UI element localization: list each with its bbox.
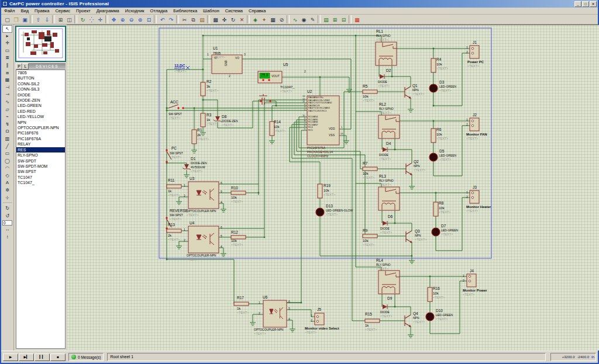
schematic-label[interactable]: DIODE-ZEN xyxy=(191,162,207,165)
schematic-label[interactable]: LED-GREEN xyxy=(439,85,456,88)
schematic-label[interactable]: <TEXT> xyxy=(187,258,198,262)
schematic-label[interactable]: D10 xyxy=(436,309,443,313)
zoom-all-icon[interactable]: ⊛ xyxy=(136,15,144,23)
block-copy-icon[interactable]: ▩ xyxy=(211,15,220,23)
schematic-label[interactable]: GND xyxy=(225,60,228,66)
device-item-OPTOCOUPLER-NPN[interactable]: OPTOCOUPLER-NPN xyxy=(16,125,65,130)
schematic-label[interactable]: PIC16F676A xyxy=(307,147,326,150)
step-button[interactable]: ▶▎ xyxy=(19,353,34,361)
schematic-label[interactable]: U6 xyxy=(263,296,267,300)
import-section-icon[interactable]: ⇧ xyxy=(34,15,43,23)
device-item-TC1047_[interactable]: TC1047_ xyxy=(16,180,65,185)
schematic-label[interactable]: 5 xyxy=(221,235,222,238)
bus-mode-icon[interactable]: ∥ xyxy=(2,62,12,70)
schematic-label[interactable]: Monitor video Select xyxy=(305,327,339,330)
device-item-CONN-SIL3[interactable]: CONN-SIL3 xyxy=(16,86,65,92)
schematic-label[interactable]: VO xyxy=(235,57,239,60)
schematic-label[interactable]: D5 xyxy=(439,150,444,154)
undo-icon[interactable]: ↶ xyxy=(158,15,167,23)
menu-Система[interactable]: Система xyxy=(222,8,246,13)
schematic-label[interactable]: RLY-SPNO xyxy=(379,179,394,182)
schematic-label[interactable]: 14 xyxy=(340,133,343,135)
schematic-label[interactable]: <TEXT> xyxy=(305,331,316,335)
terminal-mode-icon[interactable]: ⊣ xyxy=(2,84,12,92)
schematic-label[interactable]: J1 xyxy=(473,41,477,45)
schematic-label[interactable]: U1 xyxy=(213,47,218,51)
schematic-label[interactable]: RL3 xyxy=(379,175,386,179)
device-item-PIC16F676A[interactable]: PIC16F676A xyxy=(16,136,65,141)
schematic-label[interactable]: OPTOCOUPLER-NPN xyxy=(254,328,283,331)
schematic-label[interactable]: NPN xyxy=(414,165,420,168)
schematic-label[interactable]: <TEXT> xyxy=(168,238,180,242)
device-item-TC1047[interactable]: TC1047 xyxy=(16,175,65,180)
mark-output-area-icon[interactable]: ◫ xyxy=(65,15,74,23)
schematic-label[interactable]: 2 xyxy=(466,51,468,54)
schematic-label[interactable]: 5 xyxy=(304,128,305,130)
schematic-label[interactable]: 1 xyxy=(184,184,185,187)
schematic-label[interactable]: Q2 xyxy=(414,160,419,164)
schematic-label[interactable]: 10k xyxy=(439,206,445,210)
schematic-label[interactable]: 1k xyxy=(168,189,171,193)
device-item-CONN-SIL2[interactable]: CONN-SIL2 xyxy=(16,81,65,86)
device-item-SW-SPDT-MOM[interactable]: SW-SPDT-MOM xyxy=(16,164,65,169)
stop-button[interactable]: ■ xyxy=(50,353,66,361)
graph-mode-icon[interactable]: ∿ xyxy=(2,99,12,106)
pick-device-icon[interactable]: ◈ xyxy=(251,15,260,23)
menu-Библиотека[interactable]: Библиотека xyxy=(170,8,200,13)
toggle-grid-icon[interactable]: ⁛ xyxy=(87,15,96,23)
rotate-cw-icon[interactable]: ↻ xyxy=(2,205,12,213)
schematic-label[interactable]: 1 xyxy=(184,228,185,231)
schematic-label[interactable]: U5 xyxy=(283,63,288,67)
junction-mode-icon[interactable]: ✛ xyxy=(2,40,12,47)
zoom-in-icon[interactable]: ⊕ xyxy=(118,15,127,23)
schematic-label[interactable]: 2 xyxy=(466,196,468,199)
device-item-DIODE-ZEN[interactable]: DIODE-ZEN xyxy=(16,98,65,103)
arc-2d-icon[interactable]: ◠ xyxy=(2,165,12,172)
schematic-label[interactable]: <TEXT> xyxy=(206,123,218,126)
schematic-label[interactable]: <TEXT> xyxy=(439,89,451,93)
mirror-vertical-icon[interactable]: ↕ xyxy=(2,234,12,241)
zoom-area-icon[interactable]: ⊡ xyxy=(144,15,153,23)
schematic-label[interactable]: R10 xyxy=(231,186,238,190)
schematic-label[interactable]: D8 xyxy=(222,115,226,119)
schematic-label[interactable]: <TEXT> xyxy=(222,124,233,127)
schematic-label[interactable]: <TEXT> xyxy=(380,231,392,235)
schematic-label[interactable]: 1 xyxy=(466,119,468,122)
schematic-label[interactable]: J4 xyxy=(470,269,474,273)
schematic-label[interactable]: Power PC xyxy=(467,60,484,64)
schematic-label[interactable]: 3k xyxy=(206,85,210,88)
schematic-label[interactable]: D4 xyxy=(386,142,391,146)
schematic-label[interactable]: R17 xyxy=(237,296,244,300)
box-2d-icon[interactable]: ▭ xyxy=(2,150,12,158)
schematic-label[interactable]: 1 xyxy=(466,191,468,194)
schematic-label[interactable]: R7 xyxy=(363,162,367,166)
wire-autorouter-icon[interactable]: ∿ xyxy=(291,15,300,23)
search-tag-icon[interactable]: ◉ xyxy=(300,15,308,23)
schematic-label[interactable]: <TEXT> xyxy=(170,156,181,160)
schematic-label[interactable]: VOUT xyxy=(271,75,280,78)
pause-button[interactable]: ▎▎ xyxy=(35,353,50,361)
menu-Правка[interactable]: Правка xyxy=(32,8,52,13)
schematic-label[interactable]: J2 xyxy=(473,113,477,117)
schematic-label[interactable]: <TEXT> xyxy=(363,176,374,180)
schematic-label[interactable]: 2 xyxy=(466,123,468,126)
schematic-label[interactable]: 10k xyxy=(231,239,237,242)
schematic-label[interactable]: 5 xyxy=(221,190,222,193)
schematic-label[interactable]: <TEXT> xyxy=(439,158,451,162)
schematic-label[interactable]: <TEXT> xyxy=(191,170,202,174)
schematic-label[interactable]: R11 xyxy=(168,179,174,183)
schematic-label[interactable]: 2k xyxy=(168,234,171,237)
schematic-label[interactable]: R2 xyxy=(206,80,211,84)
schematic-label[interactable]: CLOCK=4MHz xyxy=(307,155,329,158)
menu-Диаграмма[interactable]: Диаграмма xyxy=(94,8,122,13)
schematic-label[interactable]: <TEXT> xyxy=(174,70,186,74)
library-button[interactable]: L xyxy=(22,63,29,70)
schematic-label[interactable]: <TEXT> xyxy=(441,233,453,237)
schematic-label[interactable]: D13 xyxy=(326,204,333,209)
schematic-label[interactable]: <TEXT> xyxy=(170,218,181,221)
schematic-label[interactable]: NPN xyxy=(412,89,419,92)
schematic-label[interactable]: DIODE xyxy=(378,81,387,84)
schematic-label[interactable]: RL1 xyxy=(376,30,383,34)
generator-mode-icon[interactable]: ⌁ xyxy=(2,113,12,121)
menu-Файл[interactable]: Файл xyxy=(1,8,18,13)
